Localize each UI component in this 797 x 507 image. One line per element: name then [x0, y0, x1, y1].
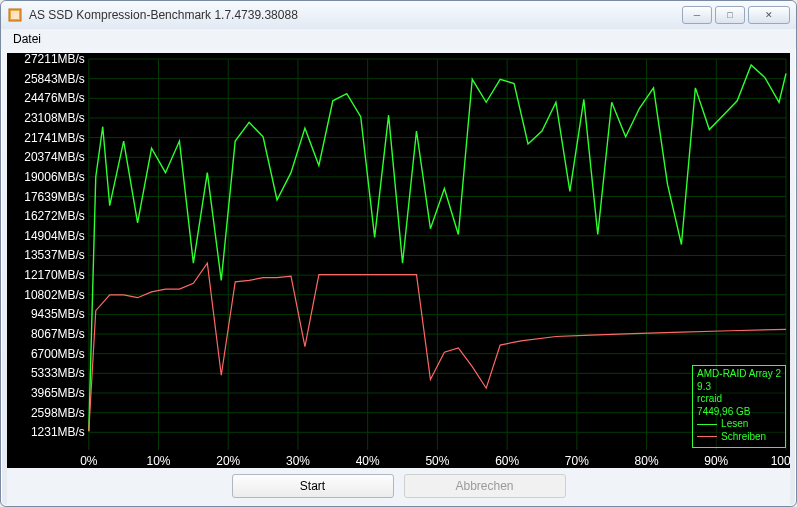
start-button[interactable]: Start: [232, 474, 394, 498]
svg-text:90%: 90%: [704, 454, 728, 468]
svg-text:25843MB/s: 25843MB/s: [24, 72, 84, 86]
svg-text:24476MB/s: 24476MB/s: [24, 91, 84, 105]
svg-text:17639MB/s: 17639MB/s: [24, 190, 84, 204]
svg-text:100%: 100%: [771, 454, 790, 468]
svg-text:70%: 70%: [565, 454, 589, 468]
svg-text:30%: 30%: [286, 454, 310, 468]
legend-read-label: Lesen: [721, 418, 748, 431]
svg-rect-1: [11, 11, 19, 19]
minimize-button[interactable]: ─: [682, 6, 712, 24]
legend-write-swatch: [697, 436, 717, 437]
svg-text:16272MB/s: 16272MB/s: [24, 209, 84, 223]
cancel-button: Abbrechen: [404, 474, 566, 498]
legend-device: AMD-RAID Array 2: [697, 368, 781, 381]
close-button[interactable]: ✕: [748, 6, 790, 24]
legend: AMD-RAID Array 2 9.3 rcraid 7449,96 GB L…: [692, 365, 786, 448]
svg-text:27211MB/s: 27211MB/s: [24, 53, 84, 66]
svg-text:19006MB/s: 19006MB/s: [24, 170, 84, 184]
svg-text:50%: 50%: [425, 454, 449, 468]
titlebar[interactable]: AS SSD Kompression-Benchmark 1.7.4739.38…: [1, 1, 796, 29]
legend-driver: rcraid: [697, 393, 781, 406]
svg-text:8067MB/s: 8067MB/s: [31, 327, 85, 341]
svg-text:6700MB/s: 6700MB/s: [31, 347, 85, 361]
legend-write-label: Schreiben: [721, 431, 766, 444]
svg-text:40%: 40%: [356, 454, 380, 468]
svg-text:10%: 10%: [147, 454, 171, 468]
application-window: AS SSD Kompression-Benchmark 1.7.4739.38…: [0, 0, 797, 507]
button-row: Start Abbrechen: [7, 472, 790, 506]
svg-text:20374MB/s: 20374MB/s: [24, 150, 84, 164]
svg-text:21741MB/s: 21741MB/s: [24, 131, 84, 145]
menubar: Datei: [1, 29, 796, 49]
maximize-button[interactable]: □: [715, 6, 745, 24]
svg-text:3965MB/s: 3965MB/s: [31, 386, 85, 400]
svg-text:23108MB/s: 23108MB/s: [24, 111, 84, 125]
legend-read-swatch: [697, 424, 717, 425]
svg-text:80%: 80%: [635, 454, 659, 468]
svg-text:10802MB/s: 10802MB/s: [24, 288, 84, 302]
svg-text:2598MB/s: 2598MB/s: [31, 406, 85, 420]
legend-write: Schreiben: [697, 431, 781, 444]
svg-text:0%: 0%: [80, 454, 98, 468]
chart-svg: 1231MB/s2598MB/s3965MB/s5333MB/s6700MB/s…: [7, 53, 790, 468]
menu-file[interactable]: Datei: [7, 30, 47, 48]
svg-text:20%: 20%: [216, 454, 240, 468]
svg-text:5333MB/s: 5333MB/s: [31, 366, 85, 380]
window-title: AS SSD Kompression-Benchmark 1.7.4739.38…: [29, 8, 682, 22]
svg-text:1231MB/s: 1231MB/s: [31, 425, 85, 439]
legend-firmware: 9.3: [697, 381, 781, 394]
svg-text:60%: 60%: [495, 454, 519, 468]
client-area: 1231MB/s2598MB/s3965MB/s5333MB/s6700MB/s…: [7, 53, 790, 506]
window-controls: ─ □ ✕: [682, 6, 790, 24]
svg-text:14904MB/s: 14904MB/s: [24, 229, 84, 243]
legend-capacity: 7449,96 GB: [697, 406, 781, 419]
svg-text:9435MB/s: 9435MB/s: [31, 307, 85, 321]
app-icon: [7, 7, 23, 23]
svg-text:12170MB/s: 12170MB/s: [24, 268, 84, 282]
svg-text:13537MB/s: 13537MB/s: [24, 248, 84, 262]
legend-read: Lesen: [697, 418, 781, 431]
chart: 1231MB/s2598MB/s3965MB/s5333MB/s6700MB/s…: [7, 53, 790, 468]
